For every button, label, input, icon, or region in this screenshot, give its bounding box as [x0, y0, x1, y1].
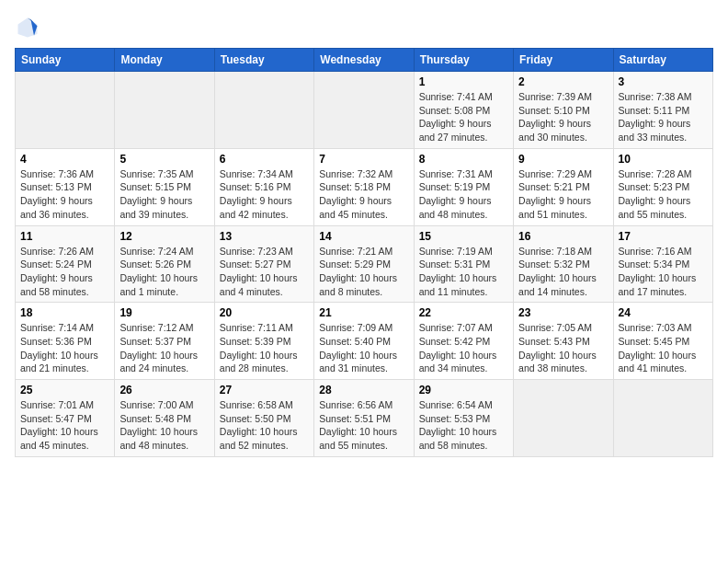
calendar-week-3: 11Sunrise: 7:26 AM Sunset: 5:24 PM Dayli…	[16, 225, 713, 303]
calendar-cell: 1Sunrise: 7:41 AM Sunset: 5:08 PM Daylig…	[414, 72, 513, 149]
day-info: Sunrise: 7:29 AM Sunset: 5:21 PM Dayligh…	[518, 167, 608, 222]
calendar-cell: 22Sunrise: 7:07 AM Sunset: 5:42 PM Dayli…	[414, 303, 513, 380]
weekday-header-tuesday: Tuesday	[214, 49, 313, 72]
day-info: Sunrise: 7:11 AM Sunset: 5:39 PM Dayligh…	[220, 321, 309, 375]
day-number: 8	[419, 153, 508, 166]
day-number: 18	[20, 306, 109, 319]
calendar-cell: 23Sunrise: 7:05 AM Sunset: 5:43 PM Dayli…	[514, 303, 613, 380]
calendar-cell: 19Sunrise: 7:12 AM Sunset: 5:37 PM Dayli…	[115, 303, 214, 380]
day-info: Sunrise: 7:07 AM Sunset: 5:42 PM Dayligh…	[419, 321, 508, 375]
day-number: 10	[619, 153, 708, 166]
day-info: Sunrise: 7:19 AM Sunset: 5:31 PM Dayligh…	[419, 245, 508, 299]
calendar-cell: 27Sunrise: 6:58 AM Sunset: 5:50 PM Dayli…	[214, 380, 313, 457]
weekday-header-wednesday: Wednesday	[314, 49, 414, 72]
day-number: 3	[619, 75, 708, 88]
day-number: 26	[119, 384, 209, 396]
day-info: Sunrise: 7:41 AM Sunset: 5:08 PM Dayligh…	[419, 90, 508, 144]
day-info: Sunrise: 7:09 AM Sunset: 5:40 PM Dayligh…	[319, 321, 408, 375]
calendar-cell	[314, 72, 414, 149]
day-number: 6	[220, 153, 309, 166]
day-info: Sunrise: 7:21 AM Sunset: 5:29 PM Dayligh…	[319, 245, 408, 299]
calendar-cell: 2Sunrise: 7:39 AM Sunset: 5:10 PM Daylig…	[514, 72, 613, 149]
weekday-header-saturday: Saturday	[613, 49, 712, 72]
day-number: 4	[20, 153, 109, 166]
day-number: 11	[20, 230, 109, 243]
day-info: Sunrise: 6:58 AM Sunset: 5:50 PM Dayligh…	[220, 398, 309, 453]
calendar-cell: 21Sunrise: 7:09 AM Sunset: 5:40 PM Dayli…	[314, 303, 414, 380]
calendar-cell	[613, 380, 712, 457]
weekday-header-thursday: Thursday	[414, 49, 513, 72]
day-number: 2	[518, 75, 608, 88]
calendar-cell: 7Sunrise: 7:32 AM Sunset: 5:18 PM Daylig…	[314, 148, 414, 225]
day-info: Sunrise: 7:18 AM Sunset: 5:32 PM Dayligh…	[518, 245, 608, 299]
day-info: Sunrise: 7:35 AM Sunset: 5:15 PM Dayligh…	[119, 167, 209, 222]
day-number: 17	[619, 230, 708, 243]
calendar-cell: 16Sunrise: 7:18 AM Sunset: 5:32 PM Dayli…	[514, 225, 613, 303]
calendar-table: SundayMondayTuesdayWednesdayThursdayFrid…	[15, 48, 713, 457]
day-info: Sunrise: 7:24 AM Sunset: 5:26 PM Dayligh…	[119, 245, 209, 299]
day-number: 7	[319, 153, 408, 166]
day-info: Sunrise: 7:38 AM Sunset: 5:11 PM Dayligh…	[619, 90, 708, 144]
day-number: 16	[518, 230, 608, 243]
day-info: Sunrise: 7:28 AM Sunset: 5:23 PM Dayligh…	[619, 167, 708, 222]
calendar-cell: 24Sunrise: 7:03 AM Sunset: 5:45 PM Dayli…	[613, 303, 712, 380]
page-header	[15, 15, 713, 40]
calendar-cell: 11Sunrise: 7:26 AM Sunset: 5:24 PM Dayli…	[16, 225, 115, 303]
calendar-cell	[514, 380, 613, 457]
day-number: 19	[119, 306, 209, 319]
calendar-cell: 25Sunrise: 7:01 AM Sunset: 5:47 PM Dayli…	[16, 380, 115, 457]
calendar-cell: 12Sunrise: 7:24 AM Sunset: 5:26 PM Dayli…	[115, 225, 214, 303]
day-number: 12	[119, 230, 209, 243]
calendar-cell: 15Sunrise: 7:19 AM Sunset: 5:31 PM Dayli…	[414, 225, 513, 303]
calendar-cell: 10Sunrise: 7:28 AM Sunset: 5:23 PM Dayli…	[613, 148, 712, 225]
calendar-cell: 20Sunrise: 7:11 AM Sunset: 5:39 PM Dayli…	[214, 303, 313, 380]
calendar-cell: 29Sunrise: 6:54 AM Sunset: 5:53 PM Dayli…	[414, 380, 513, 457]
day-info: Sunrise: 6:56 AM Sunset: 5:51 PM Dayligh…	[319, 398, 408, 453]
day-info: Sunrise: 7:31 AM Sunset: 5:19 PM Dayligh…	[419, 167, 508, 222]
weekday-header-friday: Friday	[514, 49, 613, 72]
day-info: Sunrise: 7:39 AM Sunset: 5:10 PM Dayligh…	[518, 90, 608, 144]
day-info: Sunrise: 7:03 AM Sunset: 5:45 PM Dayligh…	[619, 321, 708, 375]
day-number: 9	[518, 153, 608, 166]
calendar-cell: 5Sunrise: 7:35 AM Sunset: 5:15 PM Daylig…	[115, 148, 214, 225]
day-info: Sunrise: 7:12 AM Sunset: 5:37 PM Dayligh…	[119, 321, 209, 375]
day-number: 27	[220, 384, 309, 396]
calendar-week-4: 18Sunrise: 7:14 AM Sunset: 5:36 PM Dayli…	[16, 303, 713, 380]
day-info: Sunrise: 7:16 AM Sunset: 5:34 PM Dayligh…	[619, 245, 708, 299]
calendar-cell: 9Sunrise: 7:29 AM Sunset: 5:21 PM Daylig…	[514, 148, 613, 225]
day-number: 21	[319, 306, 408, 319]
calendar-cell	[115, 72, 214, 149]
calendar-cell: 4Sunrise: 7:36 AM Sunset: 5:13 PM Daylig…	[16, 148, 115, 225]
day-info: Sunrise: 7:34 AM Sunset: 5:16 PM Dayligh…	[220, 167, 309, 222]
day-number: 23	[518, 306, 608, 319]
weekday-header-monday: Monday	[115, 49, 214, 72]
calendar-cell: 28Sunrise: 6:56 AM Sunset: 5:51 PM Dayli…	[314, 380, 414, 457]
day-info: Sunrise: 7:23 AM Sunset: 5:27 PM Dayligh…	[220, 245, 309, 299]
calendar-cell	[214, 72, 313, 149]
calendar-cell: 18Sunrise: 7:14 AM Sunset: 5:36 PM Dayli…	[16, 303, 115, 380]
calendar-cell: 17Sunrise: 7:16 AM Sunset: 5:34 PM Dayli…	[613, 225, 712, 303]
calendar-cell: 26Sunrise: 7:00 AM Sunset: 5:48 PM Dayli…	[115, 380, 214, 457]
day-info: Sunrise: 7:36 AM Sunset: 5:13 PM Dayligh…	[20, 167, 109, 222]
day-info: Sunrise: 7:01 AM Sunset: 5:47 PM Dayligh…	[20, 398, 109, 453]
logo-icon	[15, 15, 40, 40]
day-info: Sunrise: 7:32 AM Sunset: 5:18 PM Dayligh…	[319, 167, 408, 222]
day-number: 20	[220, 306, 309, 319]
day-info: Sunrise: 7:26 AM Sunset: 5:24 PM Dayligh…	[20, 245, 109, 299]
logo	[15, 15, 44, 40]
weekday-header-sunday: Sunday	[16, 49, 115, 72]
day-number: 24	[619, 306, 708, 319]
day-info: Sunrise: 7:05 AM Sunset: 5:43 PM Dayligh…	[518, 321, 608, 375]
calendar-cell: 6Sunrise: 7:34 AM Sunset: 5:16 PM Daylig…	[214, 148, 313, 225]
day-info: Sunrise: 7:14 AM Sunset: 5:36 PM Dayligh…	[20, 321, 109, 375]
day-number: 13	[220, 230, 309, 243]
calendar-week-2: 4Sunrise: 7:36 AM Sunset: 5:13 PM Daylig…	[16, 148, 713, 225]
day-info: Sunrise: 7:00 AM Sunset: 5:48 PM Dayligh…	[119, 398, 209, 453]
day-number: 28	[319, 384, 408, 396]
calendar-cell	[16, 72, 115, 149]
day-info: Sunrise: 6:54 AM Sunset: 5:53 PM Dayligh…	[419, 398, 508, 453]
calendar-week-1: 1Sunrise: 7:41 AM Sunset: 5:08 PM Daylig…	[16, 72, 713, 149]
calendar-cell: 13Sunrise: 7:23 AM Sunset: 5:27 PM Dayli…	[214, 225, 313, 303]
calendar-cell: 14Sunrise: 7:21 AM Sunset: 5:29 PM Dayli…	[314, 225, 414, 303]
day-number: 1	[419, 75, 508, 88]
